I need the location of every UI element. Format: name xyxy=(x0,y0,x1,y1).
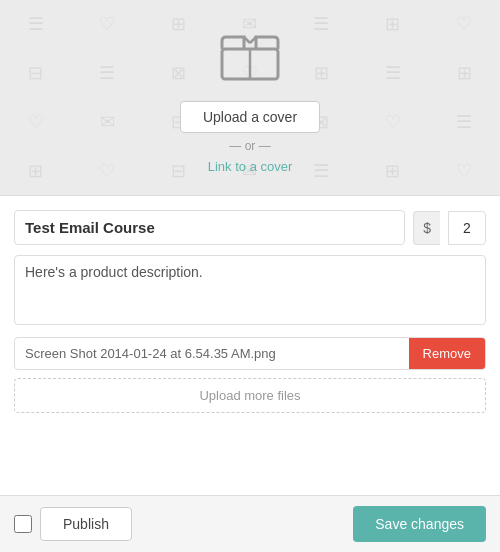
or-divider: — or — xyxy=(229,139,270,153)
publish-button[interactable]: Publish xyxy=(40,507,132,541)
bg-icon: ⊞ xyxy=(429,49,500,98)
bg-icon: ⊞ xyxy=(357,0,428,49)
save-changes-button[interactable]: Save changes xyxy=(353,506,486,542)
bg-icon: ☰ xyxy=(357,49,428,98)
bg-icon: ⊟ xyxy=(0,49,71,98)
bg-icon: ☰ xyxy=(429,98,500,147)
bg-icon: ✉ xyxy=(71,98,142,147)
bg-icon: ⊞ xyxy=(143,0,214,49)
cover-placeholder-icon xyxy=(214,21,286,85)
publish-checkbox[interactable] xyxy=(14,515,32,533)
page-container: ☰ ♡ ⊞ ✉ ☰ ⊞ ♡ ⊟ ☰ ⊠ ♡ ⊞ ☰ ⊞ ♡ ✉ ⊟ ☰ ⊠ ♡ … xyxy=(0,0,500,552)
link-to-cover-link[interactable]: Link to a cover xyxy=(208,159,293,174)
bg-icon: ☰ xyxy=(0,0,71,49)
remove-file-button[interactable]: Remove xyxy=(409,338,485,369)
currency-badge: $ xyxy=(413,211,440,245)
file-attachment-row: Screen Shot 2014-01-24 at 6.54.35 AM.png… xyxy=(14,337,486,370)
bg-icon: ♡ xyxy=(0,98,71,147)
product-price-input[interactable] xyxy=(448,211,486,245)
product-title-input[interactable] xyxy=(14,210,405,245)
bg-icon: ⊞ xyxy=(0,146,71,195)
bg-icon: ⊞ xyxy=(357,146,428,195)
main-content: $ Here's a product description. Screen S… xyxy=(0,195,500,495)
upload-cover-button[interactable]: Upload a cover xyxy=(180,101,320,133)
bg-icon: ☰ xyxy=(286,146,357,195)
bg-icon: ⊞ xyxy=(286,49,357,98)
product-description-textarea[interactable]: Here's a product description. xyxy=(14,255,486,325)
bg-icon: ☰ xyxy=(71,49,142,98)
bg-icon: ♡ xyxy=(357,98,428,147)
bg-icon: ♡ xyxy=(71,0,142,49)
bg-icon: ⊟ xyxy=(143,146,214,195)
bg-icon: ⊠ xyxy=(143,49,214,98)
bg-icon: ☰ xyxy=(286,0,357,49)
file-name-label: Screen Shot 2014-01-24 at 6.54.35 AM.png xyxy=(15,338,409,369)
upload-more-files-button[interactable]: Upload more files xyxy=(14,378,486,413)
bg-icon: ♡ xyxy=(429,0,500,49)
bg-icon: ♡ xyxy=(429,146,500,195)
publish-row: Publish xyxy=(14,507,132,541)
footer: Publish Save changes xyxy=(0,495,500,552)
cover-section: ☰ ♡ ⊞ ✉ ☰ ⊞ ♡ ⊟ ☰ ⊠ ♡ ⊞ ☰ ⊞ ♡ ✉ ⊟ ☰ ⊠ ♡ … xyxy=(0,0,500,195)
bg-icon: ♡ xyxy=(71,146,142,195)
title-price-row: $ xyxy=(14,210,486,245)
